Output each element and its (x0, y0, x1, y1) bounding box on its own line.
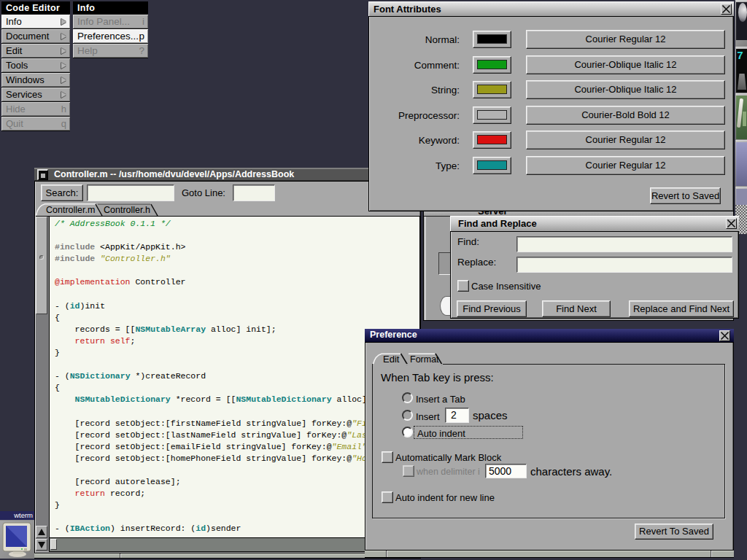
svg-text:Format: Format (410, 354, 439, 365)
svg-text:Edit: Edit (383, 354, 400, 365)
svg-text:Controller.m: Controller.m (46, 205, 95, 215)
svg-text:Controller.h: Controller.h (104, 205, 150, 215)
